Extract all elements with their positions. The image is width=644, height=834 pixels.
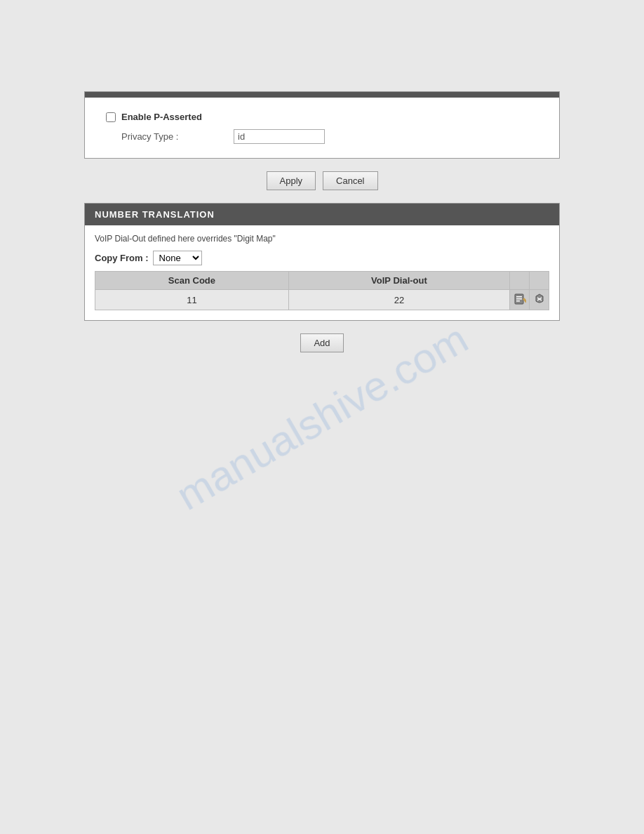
delete-icon[interactable]	[532, 292, 546, 306]
top-panel: Enable P-Asserted Privacy Type :	[84, 91, 560, 159]
delete-action-cell[interactable]	[530, 290, 549, 310]
svg-rect-2	[516, 298, 522, 300]
privacy-type-label: Privacy Type :	[121, 131, 234, 142]
copy-from-label: Copy From :	[95, 253, 149, 263]
apply-button[interactable]: Apply	[267, 171, 316, 190]
top-panel-header-bar	[85, 92, 559, 98]
svg-rect-1	[516, 296, 522, 298]
enable-passerted-checkbox[interactable]	[106, 112, 116, 122]
add-button-row: Add	[84, 321, 560, 365]
number-translation-header: NUMBER TRANSLATION	[85, 204, 559, 225]
table-header-row: Scan Code VoIP Dial-out	[95, 272, 549, 290]
enable-passerted-row: Enable P-Asserted	[106, 112, 538, 122]
add-button[interactable]: Add	[300, 333, 343, 352]
nt-info-text: VoIP Dial-Out defined here overrides "Di…	[95, 234, 549, 244]
action-buttons-row: Apply Cancel	[84, 159, 560, 203]
top-panel-body: Enable P-Asserted Privacy Type :	[85, 98, 559, 158]
number-translation-table: Scan Code VoIP Dial-out 11 22	[95, 271, 549, 310]
col-action-delete	[530, 272, 549, 290]
privacy-type-input[interactable]	[234, 129, 325, 144]
edit-action-cell[interactable]	[510, 290, 530, 310]
table-row: 11 22	[95, 290, 549, 310]
col-scan-code: Scan Code	[95, 272, 289, 290]
number-translation-title: NUMBER TRANSLATION	[95, 209, 215, 220]
cancel-button[interactable]: Cancel	[323, 171, 377, 190]
privacy-type-row: Privacy Type :	[121, 129, 538, 144]
copy-from-select[interactable]: None	[153, 251, 202, 265]
svg-rect-3	[516, 300, 520, 302]
copy-from-row: Copy From : None	[95, 251, 549, 265]
number-translation-panel: NUMBER TRANSLATION VoIP Dial-Out defined…	[84, 203, 560, 321]
voip-dialout-cell: 22	[288, 290, 509, 310]
col-voip-dialout: VoIP Dial-out	[288, 272, 509, 290]
number-translation-body: VoIP Dial-Out defined here overrides "Di…	[85, 225, 559, 320]
edit-icon[interactable]	[513, 292, 527, 306]
col-action-edit	[510, 272, 530, 290]
scan-code-cell: 11	[95, 290, 289, 310]
enable-passerted-label: Enable P-Asserted	[121, 112, 202, 122]
